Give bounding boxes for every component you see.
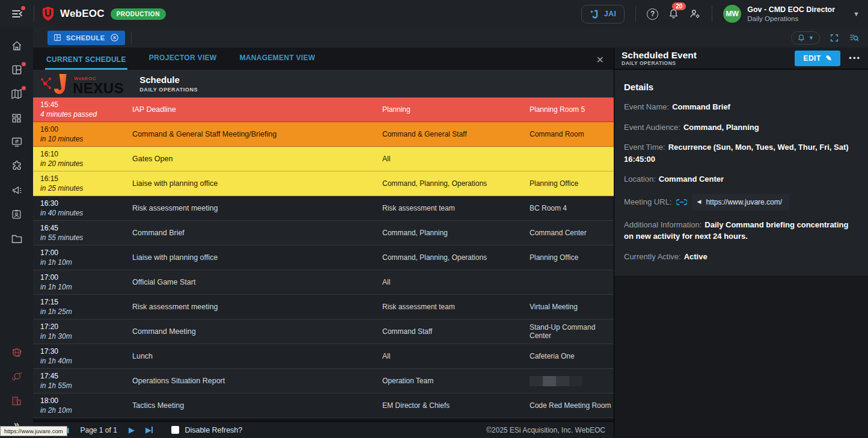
sidebar-item-contacts[interactable] [5, 202, 29, 226]
sidebar-item-plugins[interactable] [5, 154, 29, 178]
caret-down-icon: ▼ [808, 35, 814, 41]
event-audience: Risk assessment team [382, 196, 530, 220]
field-value: Command Brief [672, 102, 730, 111]
time-cell: 16:10 in 20 minutes [33, 147, 132, 171]
event-location: Planning Office [530, 245, 614, 270]
event-relative-time: in 55 minutes [40, 233, 132, 242]
sidebar-item-analytics-search[interactable] [5, 365, 29, 389]
table-row[interactable]: 16:30 in 40 minutes Risk assessment meet… [33, 196, 614, 221]
field-label: Event Name: [624, 102, 669, 111]
sidebar-item-organization[interactable] [5, 389, 29, 413]
table-row[interactable]: 17:20 in 1h 30m Command Meeting Command … [33, 319, 614, 344]
filter-search-icon[interactable] [849, 33, 860, 43]
sidebar-item-maps[interactable] [5, 82, 29, 106]
time-cell: 17:15 in 1h 25m [33, 295, 132, 319]
edit-pencil-icon: ✎ [826, 54, 833, 63]
page-label: Page 1 of 1 [81, 426, 117, 434]
sidebar-item-announcements[interactable] [5, 178, 29, 202]
event-relative-time: in 1h 10m [40, 283, 132, 291]
sidebar-item-home[interactable] [5, 34, 29, 58]
panel-title: Scheduled Event [622, 51, 697, 60]
event-name: Lunch [132, 344, 382, 368]
field-label: Currently Active: [624, 252, 681, 261]
event-name: Official Game Start [132, 270, 382, 294]
event-relative-time: in 1h 10m [40, 258, 132, 267]
event-time: 17:15 [40, 298, 132, 306]
next-page-icon[interactable]: ▶ [129, 426, 135, 434]
event-location: Virtual Meeting [530, 295, 614, 319]
field-label: Event Audience: [624, 123, 680, 132]
table-row[interactable]: 16:45 in 55 minutes Command Brief Comman… [33, 221, 614, 245]
table-row[interactable]: 15:45 4 minutes passed IAP Deadline Plan… [33, 97, 614, 122]
field-label: Additional Information: [624, 220, 701, 229]
notifications-dropdown[interactable]: ▼ [791, 31, 820, 45]
menu-alert-dot [21, 6, 25, 10]
menu-collapse-icon[interactable] [8, 5, 26, 23]
table-row[interactable]: 17:15 in 1h 25m Risk assessment meeting … [33, 295, 614, 319]
event-relative-time: in 10 minutes [40, 135, 132, 143]
event-audience: Command, Planning, Operations [382, 245, 530, 270]
event-audience: Command, Planning [382, 221, 530, 245]
workspace-tab-schedule[interactable]: SCHEDULE [47, 31, 125, 45]
disable-refresh-checkbox[interactable] [171, 426, 179, 434]
last-page-icon[interactable]: ▶ [145, 426, 153, 434]
table-row[interactable]: 17:00 in 1h 10m Liaise with planning off… [33, 245, 614, 270]
tab-projector-view[interactable]: PROJECTOR VIEW [148, 54, 218, 70]
tab-current-schedule[interactable]: CURRENT SCHEDULE [45, 55, 127, 70]
redacted-location [530, 376, 582, 386]
event-relative-time: in 2h 10m [40, 406, 132, 415]
sidebar-item-boards[interactable] [5, 58, 29, 82]
fullscreen-icon[interactable] [830, 33, 839, 43]
table-row[interactable]: 18:00 in 2h 10m Tactics Meeting EM Direc… [33, 393, 614, 418]
footer-bar: ◀ ◀ Page 1 of 1 ▶ ▶ Disable Refresh? ©20… [33, 421, 614, 438]
disable-refresh-control[interactable]: Disable Refresh? [171, 426, 242, 434]
table-row[interactable]: 17:45 in 1h 55m Operations Situation Rep… [33, 369, 614, 393]
field-value: Command Center [659, 174, 724, 184]
workspace-tab-strip: SCHEDULE ▼ [33, 28, 868, 48]
time-cell: 16:45 in 55 minutes [33, 221, 132, 245]
field-additional-information: Additional Information:Daily Command bri… [624, 219, 858, 242]
table-row[interactable]: 16:00 in 10 minutes Command & General St… [33, 122, 614, 147]
event-name: Risk assessment meeting [132, 295, 382, 319]
event-location: Cafeteria One [530, 344, 614, 368]
caret-down-icon[interactable]: ▼ [853, 10, 860, 17]
event-name: Command & General Staff Meeting/Briefing [132, 122, 382, 146]
field-value: Command, Planning [683, 123, 759, 132]
more-options-icon[interactable]: ••• [849, 54, 861, 63]
table-row[interactable]: 16:15 in 25 minutes Liaise with planning… [33, 171, 614, 196]
event-time: 17:20 [40, 322, 132, 331]
table-row[interactable]: 16:10 in 20 minutes Gates Open All [33, 147, 614, 171]
bell-icon[interactable]: 20 [668, 8, 679, 20]
help-icon[interactable]: ? [647, 8, 658, 20]
link-icon[interactable] [676, 199, 687, 206]
time-cell: 17:30 in 1h 40m [33, 344, 132, 368]
event-relative-time: 4 minutes passed [40, 110, 132, 119]
sidebar-item-apps-grid[interactable] [5, 106, 29, 130]
event-relative-time: in 1h 40m [40, 357, 132, 365]
event-time: 16:00 [40, 125, 132, 134]
event-time: 16:10 [40, 150, 132, 158]
juvare-shield-logo [41, 6, 55, 22]
event-name: Gates Open [132, 147, 382, 171]
user-settings-icon[interactable] [689, 8, 701, 20]
sidebar-item-globe-network[interactable] [5, 341, 29, 365]
edit-button[interactable]: EDIT ✎ [795, 51, 840, 66]
field-location: Location:Command Center [624, 173, 858, 185]
sidebar-item-screen-share[interactable] [5, 130, 29, 154]
close-circle-icon[interactable] [110, 33, 119, 42]
close-icon[interactable]: ✕ [596, 55, 604, 65]
avatar[interactable]: MW [723, 5, 741, 23]
tab-management-view[interactable]: MANAGEMENT VIEW [238, 54, 316, 70]
table-row[interactable]: 17:00 in 1h 10m Official Game Start All [33, 270, 614, 295]
time-cell: 16:15 in 25 minutes [33, 171, 132, 196]
sidebar-item-files[interactable] [5, 226, 29, 250]
event-location: Stand-Up Command Center [530, 319, 614, 344]
board-title: Schedule [139, 75, 198, 85]
event-name: Command Brief [132, 221, 382, 245]
jai-button[interactable]: JAI [581, 5, 625, 23]
event-name: Command Meeting [132, 319, 382, 344]
user-menu[interactable]: Gov - CMD EOC Director Daily Operations [747, 5, 835, 22]
detail-panel-header: Scheduled Event DAILY OPERATIONS EDIT ✎ … [614, 48, 868, 70]
table-row[interactable]: 17:30 in 1h 40m Lunch All Cafeteria One [33, 344, 614, 369]
meeting-url-tooltip[interactable]: ◀ https://www.juvare.com/ [692, 194, 789, 211]
